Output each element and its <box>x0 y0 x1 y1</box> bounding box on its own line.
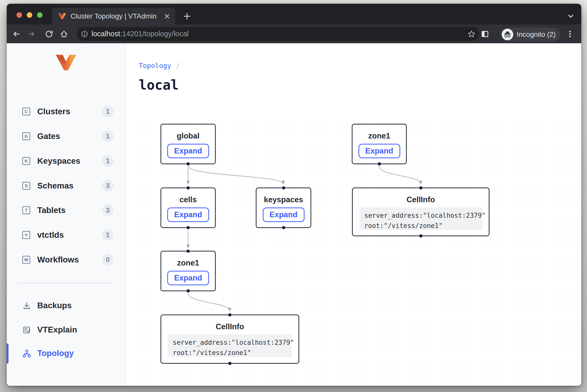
node-title: cells <box>161 195 215 204</box>
side-panel-icon[interactable] <box>481 30 489 38</box>
incognito-badge[interactable]: Incognito (2) <box>500 28 560 42</box>
zoom-window-button[interactable] <box>37 12 42 18</box>
connection-handle <box>282 186 285 190</box>
main-content: Topology/ local global <box>126 43 581 386</box>
expand-button-cells[interactable]: Expand <box>167 208 209 222</box>
gates-icon: G <box>22 132 30 140</box>
tablets-icon: T <box>22 206 30 214</box>
count-badge: 1 <box>102 130 114 142</box>
connection-handle <box>419 186 422 190</box>
url-text: localhost:14201/topology/local <box>92 30 189 38</box>
new-tab-button[interactable] <box>182 11 192 22</box>
cellinfo-code: server_address:"localhost:2379" root:"/v… <box>168 334 292 357</box>
count-badge: 3 <box>102 204 114 216</box>
reload-button[interactable] <box>45 30 53 38</box>
forward-button[interactable] <box>27 30 36 38</box>
page-title: local <box>139 77 179 92</box>
site-info-icon[interactable] <box>81 30 88 38</box>
incognito-icon <box>502 29 513 40</box>
node-global[interactable]: global Expand <box>160 124 216 164</box>
sidebar-item-topology[interactable]: Topology <box>7 346 125 361</box>
connection-handle <box>186 186 190 190</box>
workflows-icon: W <box>22 256 30 264</box>
node-title: zone1 <box>161 258 215 268</box>
topology-graph[interactable]: global Expand zone1 Expand cells Expand <box>135 118 581 386</box>
sidebar-item-vtexplain[interactable]: VTExplain <box>7 322 125 338</box>
sidebar-item-clusters[interactable]: C Clusters 1 <box>7 104 125 120</box>
url-host: localhost <box>92 30 120 38</box>
sidebar-item-keyspaces[interactable]: K Keyspaces 1 <box>7 154 125 169</box>
connection-handle <box>419 234 422 238</box>
download-icon <box>22 301 31 310</box>
connection-handle <box>378 162 381 166</box>
node-cells[interactable]: cells Expand <box>160 188 216 228</box>
schemas-icon: S <box>22 182 30 190</box>
sidebar-item-workflows[interactable]: W Workflows 0 <box>7 252 125 268</box>
node-keyspaces[interactable]: keyspaces Expand <box>256 188 311 228</box>
vtadmin-app: C Clusters 1 G Gates 1 K Keyspaces 1 S S… <box>7 43 581 386</box>
node-cellinfo-zone1[interactable]: CellInfo server_address:"localhost:2379"… <box>352 188 490 236</box>
home-button[interactable] <box>60 30 68 38</box>
tab-search-chevron-icon[interactable] <box>567 12 574 20</box>
node-title: keyspaces <box>256 195 310 204</box>
sidebar: C Clusters 1 G Gates 1 K Keyspaces 1 S S… <box>7 43 126 386</box>
count-badge: 1 <box>102 155 114 167</box>
browser-window: Cluster Topology | VTAdmin <box>7 4 581 386</box>
browser-toolbar: localhost:14201/topology/local Incognito… <box>7 24 581 43</box>
connection-handle <box>228 362 232 365</box>
sidebar-item-backups[interactable]: Backups <box>7 298 125 314</box>
bookmark-star-icon[interactable] <box>467 30 476 38</box>
sidebar-item-schemas[interactable]: S Schemas 3 <box>7 178 125 194</box>
count-badge: 1 <box>102 106 114 117</box>
clusters-icon: C <box>22 108 30 116</box>
connection-handle <box>186 250 190 253</box>
node-cellinfo-local[interactable]: CellInfo server_address:"localhost:2379"… <box>160 314 299 364</box>
breadcrumb-separator: / <box>176 62 180 70</box>
breadcrumb: Topology/ <box>139 62 180 70</box>
vitess-logo <box>55 54 77 71</box>
active-nav-indicator <box>7 344 8 364</box>
connection-handle <box>186 226 190 229</box>
connection-handle <box>186 162 190 166</box>
document-check-icon <box>22 326 31 334</box>
incognito-label: Incognito (2) <box>517 30 556 38</box>
expand-button-global[interactable]: Expand <box>167 144 209 158</box>
node-title: zone1 <box>352 132 406 140</box>
back-button[interactable] <box>12 30 21 38</box>
close-window-button[interactable] <box>16 12 22 18</box>
node-title: CellInfo <box>161 322 298 331</box>
browser-titlebar: Cluster Topology | VTAdmin <box>7 4 581 24</box>
sidebar-item-vtctlds[interactable]: V vtctlds 1 <box>7 228 125 243</box>
node-zone1-cell[interactable]: zone1 Expand <box>160 251 216 291</box>
keyspaces-icon: K <box>22 157 30 165</box>
node-title: CellInfo <box>353 195 489 204</box>
tab-title: Cluster Topology | VTAdmin <box>70 12 156 20</box>
sidebar-item-gates[interactable]: G Gates 1 <box>7 129 125 144</box>
minimize-window-button[interactable] <box>27 12 32 18</box>
node-zone1[interactable]: zone1 Expand <box>352 124 407 164</box>
count-badge: 3 <box>102 180 114 192</box>
topology-icon <box>22 349 31 358</box>
address-bar[interactable]: localhost:14201/topology/local <box>77 27 480 41</box>
url-path: :14201/topology/local <box>120 30 188 38</box>
vtctlds-icon: V <box>22 231 30 239</box>
expand-button-zone1[interactable]: Expand <box>358 144 400 158</box>
cellinfo-code: server_address:"localhost:2379" root:"/v… <box>359 208 482 230</box>
expand-button-zone1-cell[interactable]: Expand <box>167 271 209 285</box>
connection-handle <box>228 313 232 316</box>
traffic-lights <box>16 12 42 18</box>
browser-tab[interactable]: Cluster Topology | VTAdmin <box>52 8 175 24</box>
sidebar-divider <box>19 283 114 283</box>
count-badge: 0 <box>102 254 114 266</box>
breadcrumb-topology-link[interactable]: Topology <box>139 62 171 70</box>
connection-handle <box>282 226 285 229</box>
connection-handle <box>186 289 190 292</box>
vitess-logo-icon <box>58 12 66 20</box>
tab-close-icon[interactable] <box>163 12 171 20</box>
count-badge: 1 <box>102 229 114 241</box>
sidebar-item-tablets[interactable]: T Tablets 3 <box>7 203 125 218</box>
expand-button-keyspaces[interactable]: Expand <box>263 208 304 222</box>
node-title: global <box>161 132 215 140</box>
browser-menu-kebab-icon[interactable] <box>566 30 574 38</box>
